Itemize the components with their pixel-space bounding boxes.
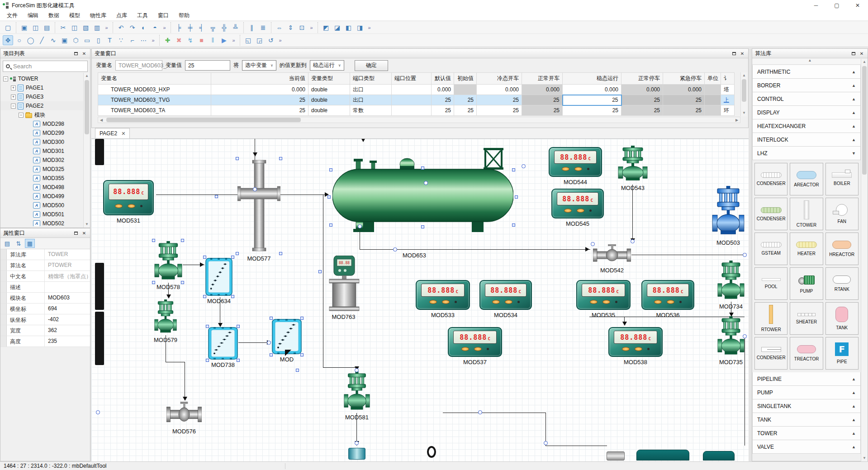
module-display-MOD534[interactable]: 88.888C xyxy=(479,280,532,310)
var-scope-select[interactable]: 选中变量∨ xyxy=(242,60,276,71)
overflow-icon[interactable]: » xyxy=(366,23,373,33)
palette-item-CONDENSER[interactable]: CONDENSER xyxy=(754,163,787,195)
selection-handle[interactable] xyxy=(152,281,155,284)
align-center-icon[interactable]: ╪ xyxy=(185,23,195,33)
connection-point[interactable] xyxy=(743,253,747,257)
align-bottom-icon[interactable]: ╩ xyxy=(230,23,241,33)
column-header[interactable]: 冷态开车 xyxy=(477,73,522,85)
module-vgreen-MOD543[interactable] xyxy=(618,146,648,183)
tree-item-PAGE1[interactable]: +PAGE1 xyxy=(0,83,90,92)
palette-group-PIPELINE[interactable]: PIPELINE▲ xyxy=(752,372,861,386)
palette-item-GSTEAM[interactable]: GSTEAM xyxy=(754,233,787,265)
minimize-button[interactable]: ─ xyxy=(806,0,826,11)
scroll-right-icon[interactable]: ▶ xyxy=(734,118,740,122)
table-cell[interactable]: 25 xyxy=(211,105,308,116)
selection-handle[interactable] xyxy=(203,295,206,298)
table-cell[interactable]: 25 xyxy=(563,95,621,105)
same-width-icon[interactable]: ⇔ xyxy=(274,23,285,33)
table-cell[interactable]: 0.000 xyxy=(477,85,522,95)
selection-handle[interactable] xyxy=(236,157,239,160)
palette-item-CONDENSER[interactable]: CONDENSER xyxy=(754,198,787,230)
palette-group-INTERLOCK[interactable]: INTERLOCK▲ xyxy=(752,133,861,147)
overflow-icon[interactable]: » xyxy=(150,35,157,45)
zoom-selection-icon[interactable]: ◲ xyxy=(254,35,265,45)
column-header[interactable]: 端口类型 xyxy=(350,73,392,85)
table-cell[interactable]: 出口 xyxy=(350,85,392,95)
line-tool-icon[interactable]: ╱ xyxy=(37,35,47,45)
rect-tool-icon[interactable]: ▭ xyxy=(82,35,92,45)
palette-item-TREACTOR[interactable]: TREACTOR xyxy=(790,337,823,370)
palette-group-HEATEXCHANGER[interactable]: HEATEXCHANGER▲ xyxy=(752,119,861,133)
column-header[interactable]: 默认值 xyxy=(432,73,454,85)
tree-item-MOD498[interactable]: AMOD498 xyxy=(0,183,90,192)
connection-point[interactable] xyxy=(544,441,548,445)
dock-icon[interactable] xyxy=(73,230,79,236)
selection-handle[interactable] xyxy=(206,359,209,362)
palette-group-LHZ[interactable]: LHZ▼ xyxy=(752,147,861,160)
tree-item-MOD355[interactable]: AMOD355 xyxy=(0,174,90,183)
tree-item-MOD500[interactable]: AMOD500 xyxy=(0,201,90,210)
align-top-icon[interactable]: ╦ xyxy=(208,23,218,33)
var-mode-select[interactable]: 稳态运行∨ xyxy=(310,60,344,71)
palette-item-HREACTOR[interactable]: HREACTOR xyxy=(825,233,859,265)
menu-item-点库[interactable]: 点库 xyxy=(111,11,132,20)
module-bmod-MOD[interactable] xyxy=(272,319,302,354)
menu-item-编辑[interactable]: 编辑 xyxy=(23,11,43,20)
palette-group-SINGLETANK[interactable]: SINGLETANK▲ xyxy=(752,399,861,413)
module-vblue-MOD503[interactable] xyxy=(712,186,745,237)
tree-item-MOD301[interactable]: AMOD301 xyxy=(0,147,90,156)
selection-handle[interactable] xyxy=(279,252,282,255)
table-cell[interactable]: 环 xyxy=(721,105,735,116)
same-height-icon[interactable]: ⇕ xyxy=(285,23,296,33)
scroll-up-icon[interactable]: ▲ xyxy=(741,72,747,79)
search-input[interactable]: Search xyxy=(3,61,88,72)
tree-expander-icon[interactable]: + xyxy=(11,95,16,100)
table-cell[interactable]: 25 xyxy=(563,105,621,116)
table-cell[interactable]: 25 xyxy=(454,105,477,116)
stop-run-icon[interactable]: ■ xyxy=(196,35,207,45)
connection-point[interactable] xyxy=(355,368,359,372)
selection-handle[interactable] xyxy=(181,239,184,242)
module-vgreen-MOD579[interactable] xyxy=(154,299,177,335)
selection-handle[interactable] xyxy=(203,256,206,259)
tree-item-TOWER[interactable]: −TOWER xyxy=(0,74,90,83)
tab-close-icon[interactable]: ✕ xyxy=(121,131,125,137)
close-button[interactable]: ✕ xyxy=(847,0,868,11)
column-header[interactable]: 端口位置 xyxy=(392,73,432,85)
module-display-MOD545[interactable]: 88.888C xyxy=(551,189,604,218)
table-cell[interactable]: TOWER_MOD603_TA xyxy=(98,105,211,116)
table-cell[interactable]: 25 xyxy=(432,105,454,116)
overflow-icon[interactable]: » xyxy=(230,35,237,45)
connection-point[interactable] xyxy=(424,181,428,185)
selection-handle[interactable] xyxy=(236,252,239,255)
tree-item-模块[interactable]: −模块 xyxy=(0,110,90,119)
table-cell[interactable]: 25 xyxy=(663,95,705,105)
table-cell[interactable]: double xyxy=(308,95,350,105)
send-to-back-icon[interactable]: ◪ xyxy=(332,23,342,33)
table-cell[interactable] xyxy=(392,85,432,95)
text-tool-icon[interactable]: T xyxy=(104,35,115,45)
alphabetical-view-icon[interactable]: ⇅ xyxy=(14,239,24,248)
selection-handle[interactable] xyxy=(181,281,184,284)
canvas[interactable]: 88.888CMOD531MOD57788.888CMOD544MOD54388… xyxy=(91,139,749,461)
column-header[interactable]: 稳态运行 xyxy=(563,73,621,85)
property-value[interactable]: 362 xyxy=(45,325,90,336)
maximize-button[interactable]: ▢ xyxy=(826,0,847,11)
init-run-icon[interactable]: ↯ xyxy=(185,35,195,45)
tree-item-MOD300[interactable]: AMOD300 xyxy=(0,138,90,147)
table-row[interactable]: TOWER_MOD603_TA25double常数25252525252525环 xyxy=(98,105,735,116)
bring-forward-icon[interactable]: ◧ xyxy=(343,23,354,33)
scroll-up-icon[interactable]: ▲ xyxy=(861,59,868,65)
tree-item-MOD299[interactable]: AMOD299 xyxy=(0,128,90,138)
palette-item-RTANK[interactable]: RTANK xyxy=(825,267,859,300)
selection-handle[interactable] xyxy=(237,359,240,362)
fit-canvas-icon[interactable]: ⊡ xyxy=(297,23,307,33)
column-header[interactable]: 变量名 xyxy=(98,73,211,85)
palette-group-PUMP[interactable]: PUMP▲ xyxy=(752,386,861,399)
connection-point[interactable] xyxy=(253,187,257,191)
scroll-up-icon[interactable]: ▲ xyxy=(84,73,90,79)
palette-item-POOL[interactable]: POOL xyxy=(754,267,787,300)
flip-horizontal-icon[interactable]: ◐ xyxy=(138,23,149,33)
tree-expander-icon[interactable]: − xyxy=(3,76,8,81)
palette-item-BOILER[interactable]: BOILER xyxy=(825,163,859,195)
